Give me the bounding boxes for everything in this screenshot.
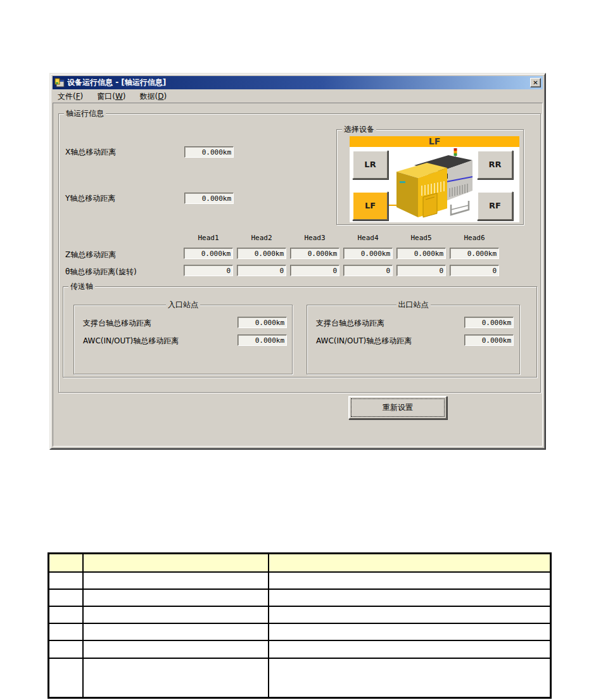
- entrance-station-group: 入口站点 支撑台轴总移动距离 0.000km AWC(IN/OUT)轴总移动距离…: [73, 305, 293, 374]
- exit-support-axis-label: 支撑台轴总移动距离: [316, 319, 384, 328]
- table-cell: [269, 590, 550, 606]
- exit-awc-axis-label: AWC(IN/OUT)轴总移动距离: [316, 336, 412, 345]
- exit-support-axis-field[interactable]: 0.000km: [464, 317, 514, 328]
- theta-axis-head5-field[interactable]: 0: [396, 265, 446, 276]
- transfer-axis-group-title: 传送轴: [68, 282, 95, 291]
- exit-station-title: 出口站点: [396, 300, 431, 309]
- table-cell: [269, 607, 550, 623]
- z-axis-head5-field[interactable]: 0.000km: [396, 248, 446, 259]
- transfer-axis-group: 传送轴 入口站点 支撑台轴总移动距离 0.000km AWC(IN/OUT)轴总…: [63, 286, 537, 378]
- window-client-area: 轴运行信息 X轴总移动距离 0.000km Y轴总移动距离 0.000km 选择…: [53, 103, 543, 447]
- selected-device-banner: LF: [350, 136, 519, 147]
- z-axis-label: Z轴总移动距离: [65, 250, 116, 259]
- entrance-awc-axis-label: AWC(IN/OUT)轴总移动距离: [83, 336, 179, 345]
- table-cell: [269, 624, 550, 640]
- theta-axis-label: θ轴总移动距离(旋转): [65, 267, 137, 276]
- table-header-cell: [49, 554, 82, 571]
- table-header-cell: [269, 554, 550, 571]
- table-cell: [84, 607, 268, 623]
- entrance-support-axis-field[interactable]: 0.000km: [238, 317, 287, 328]
- y-axis-label: Y轴总移动距离: [65, 194, 115, 203]
- menu-bar: 文件(F) 窗口(W) 数据(D): [53, 90, 543, 103]
- device-select-group-title: 选择设备: [342, 125, 376, 134]
- entrance-support-axis-label: 支撑台轴总移动距离: [83, 319, 151, 328]
- menu-item-data[interactable]: 数据(D): [139, 91, 168, 103]
- head3-header: Head3: [290, 234, 339, 242]
- head5-header: Head5: [396, 234, 446, 242]
- theta-axis-head3-field[interactable]: 0: [290, 265, 339, 276]
- window-titlebar[interactable]: 设备运行信息 - [轴运行信息] ✕: [53, 76, 543, 89]
- z-axis-head3-field[interactable]: 0.000km: [290, 248, 339, 259]
- z-axis-head2-field[interactable]: 0.000km: [237, 248, 286, 259]
- table-cell: [84, 641, 268, 658]
- head2-header: Head2: [237, 234, 286, 242]
- window-title: 设备运行信息 - [轴运行信息]: [67, 77, 166, 88]
- menu-item-window[interactable]: 窗口(W): [96, 91, 127, 103]
- axis-info-group-title: 轴运行信息: [64, 109, 106, 118]
- z-axis-head1-field[interactable]: 0.000km: [184, 248, 233, 259]
- axis-info-group: 轴运行信息 X轴总移动距离 0.000km Y轴总移动距离 0.000km 选择…: [58, 113, 541, 393]
- z-axis-head6-field[interactable]: 0.000km: [450, 248, 499, 259]
- theta-axis-head6-field[interactable]: 0: [450, 265, 499, 276]
- app-icon: [54, 78, 65, 88]
- menu-item-file[interactable]: 文件(F): [56, 91, 84, 103]
- table-cell: [269, 641, 550, 658]
- theta-axis-values-row: 0 0 0 0 0 0: [184, 265, 499, 276]
- table-cell: [49, 607, 82, 623]
- device-button-rf[interactable]: RF: [477, 191, 513, 220]
- table-cell: [269, 573, 550, 589]
- head4-header: Head4: [343, 234, 393, 242]
- theta-axis-head1-field[interactable]: 0: [184, 265, 233, 276]
- table-cell: [84, 624, 268, 640]
- table-cell: [84, 659, 268, 697]
- x-axis-distance-field[interactable]: 0.000km: [184, 146, 234, 158]
- entrance-station-title: 入口站点: [166, 300, 200, 309]
- x-axis-label: X轴总移动距离: [65, 148, 116, 156]
- theta-axis-head4-field[interactable]: 0: [343, 265, 393, 276]
- device-button-lr[interactable]: LR: [352, 150, 388, 179]
- document-page: 设备运行信息 - [轴运行信息] ✕ 文件(F) 窗口(W) 数据(D) 轴运行…: [0, 0, 596, 700]
- axis-info-window: 设备运行信息 - [轴运行信息] ✕ 文件(F) 窗口(W) 数据(D) 轴运行…: [49, 73, 546, 450]
- device-select-group: 选择设备 LF: [336, 129, 524, 225]
- z-axis-values-row: 0.000km 0.000km 0.000km 0.000km 0.000km …: [184, 248, 499, 259]
- head1-header: Head1: [184, 234, 233, 242]
- entrance-awc-axis-field[interactable]: 0.000km: [238, 334, 287, 346]
- head-header-row: Head1 Head2 Head3 Head4 Head5 Head6: [184, 234, 499, 242]
- exit-awc-axis-field[interactable]: 0.000km: [464, 334, 514, 346]
- z-axis-head4-field[interactable]: 0.000km: [343, 248, 393, 259]
- table-cell: [84, 573, 268, 589]
- table-cell: [269, 659, 550, 697]
- table-cell: [49, 641, 82, 658]
- y-axis-distance-field[interactable]: 0.000km: [184, 193, 234, 204]
- table-cell: [84, 590, 268, 606]
- close-button[interactable]: ✕: [530, 78, 541, 87]
- exit-station-group: 出口站点 支撑台轴总移动距离 0.000km AWC(IN/OUT)轴总移动距离…: [307, 305, 520, 374]
- table-cell: [49, 573, 82, 589]
- reset-button[interactable]: 重新设置: [348, 396, 447, 419]
- machine-image: [390, 146, 476, 222]
- device-button-lf[interactable]: LF: [352, 191, 388, 220]
- device-button-rr[interactable]: RR: [477, 150, 513, 179]
- table-cell: [49, 659, 82, 697]
- reference-table: [48, 552, 552, 699]
- theta-axis-head2-field[interactable]: 0: [237, 265, 286, 276]
- table-cell: [49, 624, 82, 640]
- table-cell: [49, 590, 82, 606]
- table-header-cell: [84, 554, 268, 571]
- head6-header: Head6: [450, 234, 499, 242]
